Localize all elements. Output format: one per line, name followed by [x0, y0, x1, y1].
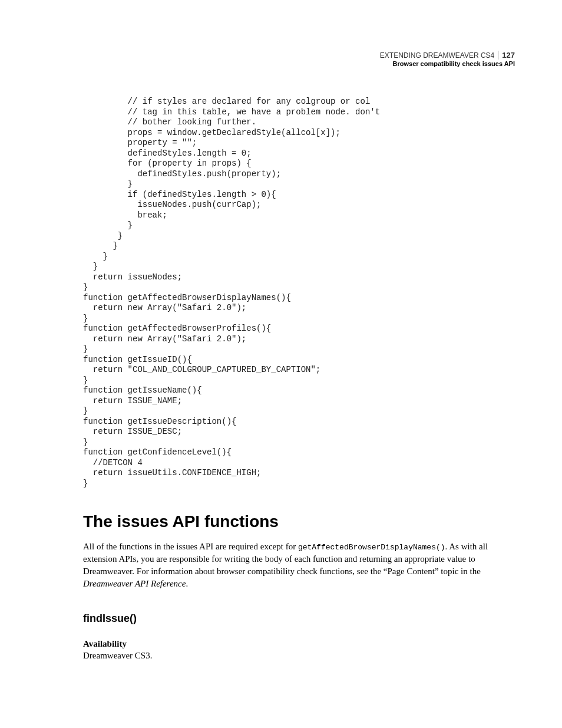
availability-value: Dreamweaver CS3.	[83, 651, 515, 661]
code-block: // if styles are declared for any colgro…	[83, 97, 515, 489]
availability-label: Availability	[83, 639, 515, 649]
page-number: 127	[498, 51, 515, 60]
intro-text-emph: Dreamweaver API Reference	[83, 579, 186, 588]
header-product: EXTENDING DREAMWEAVER CS4	[380, 51, 494, 60]
intro-text-pre: All of the functions in the issues API a…	[83, 542, 298, 551]
intro-text-end: .	[186, 579, 188, 588]
intro-code-fn: getAffectedBrowserDisplayNames()	[298, 543, 445, 552]
section-intro-paragraph: All of the functions in the issues API a…	[83, 541, 515, 590]
subsection-heading: findIssue()	[83, 612, 515, 625]
section-heading: The issues API functions	[83, 512, 515, 531]
running-header: EXTENDING DREAMWEAVER CS4127 Browser com…	[83, 51, 515, 67]
header-chapter: Browser compatibility check issues API	[83, 60, 515, 67]
